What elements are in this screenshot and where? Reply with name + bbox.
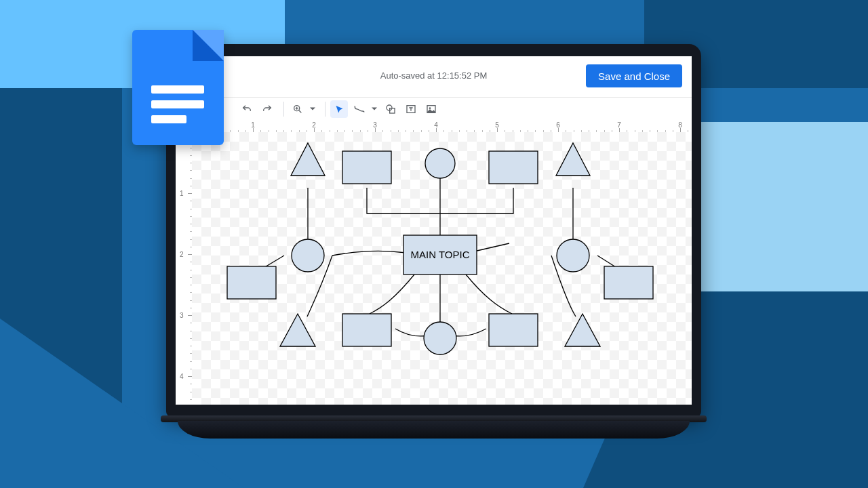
rectangle-shape[interactable] xyxy=(342,151,391,184)
zoom-icon xyxy=(292,104,303,115)
horizontal-ruler: 12345678 xyxy=(192,120,692,133)
select-tool[interactable] xyxy=(330,100,348,118)
toolbar xyxy=(176,97,692,121)
chevron-down-icon xyxy=(310,106,315,112)
rectangle-shape[interactable] xyxy=(604,266,653,299)
line-tool-dropdown[interactable] xyxy=(371,106,378,112)
svg-line-13 xyxy=(474,243,509,251)
triangle-shape[interactable] xyxy=(280,314,315,346)
zoom-button[interactable] xyxy=(289,100,307,118)
google-docs-icon xyxy=(132,30,224,145)
titlebar: ving Auto-saved at 12:15:52 PM Save and … xyxy=(176,56,692,94)
polyline-icon xyxy=(353,104,366,115)
rectangle-shape[interactable] xyxy=(227,266,276,299)
image-tool[interactable] xyxy=(422,100,440,118)
rectangle-shape[interactable] xyxy=(342,314,391,346)
line-tool[interactable] xyxy=(351,100,368,118)
redo-button[interactable] xyxy=(258,100,276,118)
redo-icon xyxy=(262,104,273,115)
textbox-tool[interactable] xyxy=(402,100,420,118)
svg-line-1 xyxy=(299,110,302,113)
laptop-mockup: ving Auto-saved at 12:15:52 PM Save and … xyxy=(161,44,707,441)
chevron-down-icon xyxy=(372,106,377,112)
circle-shape[interactable] xyxy=(424,322,456,354)
rectangle-shape[interactable] xyxy=(489,151,538,184)
circle-shape[interactable] xyxy=(557,239,589,272)
svg-point-8 xyxy=(429,107,431,109)
save-and-close-button[interactable]: Save and Close xyxy=(586,64,682,87)
app-window: ving Auto-saved at 12:15:52 PM Save and … xyxy=(176,56,692,405)
undo-icon xyxy=(241,104,252,115)
cursor-icon xyxy=(334,104,344,115)
rectangle-shape[interactable] xyxy=(489,314,538,346)
shape-tool[interactable] xyxy=(382,100,399,118)
shapes-layer: .s{fill:#d3e0ee;stroke:#000;stroke-width… xyxy=(192,132,692,405)
triangle-shape[interactable] xyxy=(556,143,590,176)
shape-icon xyxy=(385,104,396,115)
triangle-shape[interactable] xyxy=(291,143,325,176)
autosave-status: Auto-saved at 12:15:52 PM xyxy=(380,70,488,81)
circle-shape[interactable] xyxy=(425,148,455,178)
svg-rect-5 xyxy=(390,108,395,113)
vertical-ruler: 1234 xyxy=(176,132,193,405)
undo-button[interactable] xyxy=(238,100,256,118)
drawing-canvas[interactable]: .s{fill:#d3e0ee;stroke:#000;stroke-width… xyxy=(192,132,692,405)
textbox-icon xyxy=(406,104,416,115)
zoom-dropdown[interactable] xyxy=(309,106,316,112)
image-icon xyxy=(426,104,437,115)
circle-shape[interactable] xyxy=(292,239,324,272)
triangle-shape[interactable] xyxy=(565,314,600,346)
main-topic-label: MAIN TOPIC xyxy=(411,249,470,260)
